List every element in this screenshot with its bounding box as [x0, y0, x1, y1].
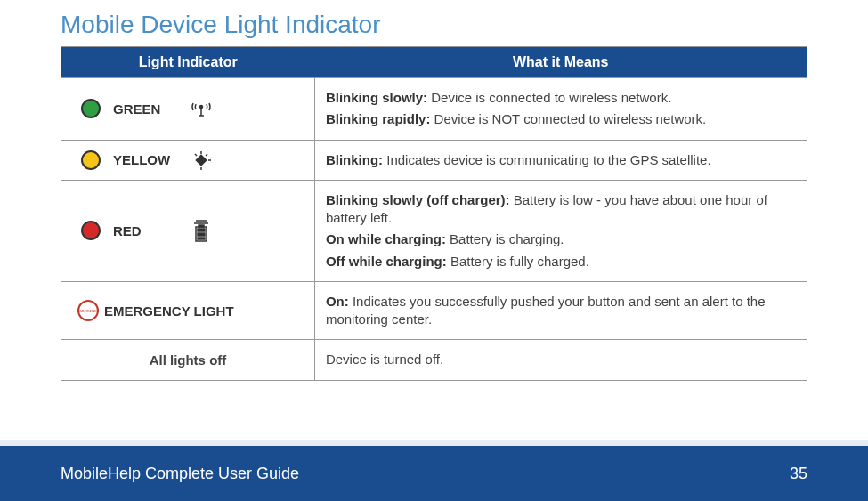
emergency-meaning-1: On: Indicates you successfully pushed yo… — [326, 293, 796, 329]
svg-rect-3 — [196, 155, 206, 165]
green-label: GREEN — [113, 101, 175, 117]
green-meaning-2: Blinking rapidly: Device is NOT connecte… — [326, 110, 796, 128]
red-meaning-2: On while charging: Battery is charging. — [326, 230, 796, 248]
row-all-off: All lights off Device is turned off. — [61, 340, 807, 380]
all-off-meaning: Device is turned off. — [326, 351, 796, 368]
footer-guide-title: MobileHelp Complete User Guide — [61, 465, 299, 483]
svg-rect-14 — [198, 233, 205, 236]
row-red: RED — [61, 180, 807, 281]
row-yellow: YELLOW — [61, 140, 807, 180]
satellite-icon — [188, 148, 215, 173]
yellow-dot-icon — [81, 150, 101, 170]
red-meaning-1: Blinking slowly (off charger): Battery i… — [326, 191, 796, 228]
header-what-it-means: What it Means — [314, 47, 807, 78]
header-light-indicator: Light Indicator — [61, 47, 315, 78]
footer-bar: MobileHelp Complete User Guide 35 — [0, 446, 868, 501]
svg-line-5 — [206, 154, 207, 156]
row-green: GREEN — [61, 78, 807, 141]
row-emergency: EMERGENCY EMERGENCY LIGHT On: Indicates … — [61, 281, 807, 340]
yellow-meaning-1: Blinking: Indicates device is communicat… — [326, 151, 796, 169]
red-label: RED — [113, 223, 175, 238]
svg-rect-13 — [198, 229, 205, 231]
emergency-badge-icon: EMERGENCY — [77, 300, 99, 321]
indicator-table: Light Indicator What it Means GREEN — [61, 46, 807, 381]
yellow-label: YELLOW — [113, 152, 175, 167]
emergency-label: EMERGENCY LIGHT — [104, 303, 234, 319]
page-title: Mobile Device Light Indicator — [0, 0, 868, 46]
green-dot-icon — [81, 99, 101, 118]
red-dot-icon — [81, 221, 101, 240]
battery-icon — [188, 217, 215, 244]
red-meaning-3: Off while charging: Battery is fully cha… — [326, 253, 796, 271]
svg-rect-15 — [198, 238, 205, 239]
svg-line-6 — [195, 154, 197, 156]
footer-page-number: 35 — [790, 465, 807, 483]
indicator-table-wrap: Light Indicator What it Means GREEN — [61, 46, 807, 381]
wireless-icon — [188, 96, 215, 121]
green-meaning-1: Blinking slowly: Device is connected to … — [326, 89, 796, 107]
all-off-label: All lights off — [61, 340, 315, 380]
